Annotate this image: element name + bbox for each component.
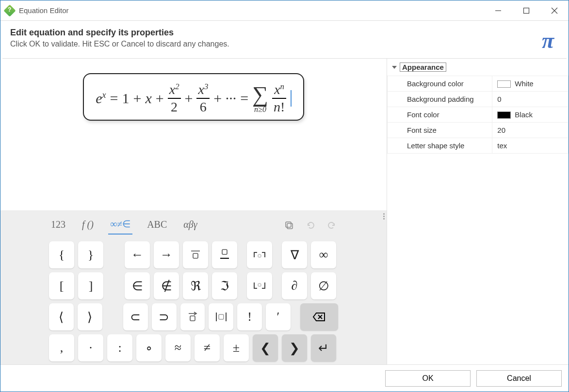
prop-row-shape[interactable]: Letter shape style tex: [388, 138, 569, 154]
key-prime[interactable]: ′: [266, 303, 291, 330]
pi-icon: π: [542, 28, 554, 53]
maximize-button[interactable]: [512, 0, 540, 21]
key-cursor-right[interactable]: ❯: [282, 334, 307, 361]
window-title: Equation Editor: [19, 6, 69, 15]
key-factorial[interactable]: !: [237, 303, 262, 330]
tab-latin[interactable]: ABC: [145, 217, 169, 234]
key-left-arrow[interactable]: ←: [125, 241, 150, 268]
app-icon: [3, 4, 16, 16]
key-underbar[interactable]: [212, 241, 237, 268]
key-in[interactable]: ∈: [125, 272, 150, 299]
svg-rect-13: [190, 316, 195, 321]
key-floor[interactable]: [247, 272, 272, 299]
header-title: Edit equation and specify its properties: [10, 28, 542, 38]
key-pm[interactable]: ±: [224, 334, 249, 361]
key-partial[interactable]: ∂: [282, 272, 307, 299]
undo-icon[interactable]: [304, 219, 317, 232]
svg-point-11: [258, 283, 261, 286]
svg-rect-5: [286, 222, 291, 227]
key-abs[interactable]: [209, 303, 233, 330]
tab-symbols[interactable]: ∞≠∈: [108, 216, 132, 235]
kebab-icon[interactable]: [383, 213, 385, 220]
key-dot[interactable]: ·: [78, 334, 103, 361]
key-lbracket[interactable]: [: [49, 272, 74, 299]
key-supset[interactable]: ⊃: [152, 303, 177, 330]
equation-preview[interactable]: ex = 1 + x + x22 + x36 + ··· = ∑n≥0 xnn!: [0, 59, 387, 210]
key-colon[interactable]: :: [107, 334, 132, 361]
cancel-button[interactable]: Cancel: [476, 370, 562, 387]
key-vector[interactable]: [180, 303, 205, 330]
key-overbar[interactable]: [183, 241, 208, 268]
prop-row-bgcolor[interactable]: Background color White: [388, 76, 569, 92]
svg-rect-7: [193, 253, 198, 258]
prop-row-fontsize[interactable]: Font size 20: [388, 123, 569, 138]
properties-panel: Appearance Background color White Backgr…: [387, 59, 569, 364]
swatch-black: [497, 111, 511, 119]
key-cursor-left[interactable]: ❮: [253, 334, 278, 361]
tab-digits[interactable]: 123: [49, 217, 67, 234]
key-comma[interactable]: ,: [49, 334, 74, 361]
svg-rect-16: [219, 314, 224, 319]
key-approx[interactable]: ≈: [165, 334, 191, 361]
key-backspace[interactable]: [300, 303, 338, 330]
key-notin[interactable]: ∉: [154, 272, 179, 299]
key-re[interactable]: ℜ: [183, 272, 208, 299]
tab-functions[interactable]: f (): [80, 217, 96, 234]
key-rangle[interactable]: ⟩: [78, 303, 102, 330]
key-rbrace[interactable]: }: [78, 241, 103, 268]
prop-row-bgpad[interactable]: Background padding 0: [388, 92, 569, 107]
ok-button[interactable]: OK: [385, 370, 471, 387]
titlebar: Equation Editor: [0, 0, 569, 21]
equation-content: ex = 1 + x + x22 + x36 + ··· = ∑n≥0 xnn!: [96, 83, 291, 114]
svg-rect-8: [222, 250, 227, 254]
key-langle[interactable]: ⟨: [49, 303, 74, 330]
key-emptyset[interactable]: ∅: [311, 272, 336, 299]
dialog-footer: OK Cancel: [0, 364, 569, 392]
prop-row-fontcolor[interactable]: Font color Black: [388, 107, 569, 123]
key-nabla[interactable]: ∇: [282, 241, 307, 268]
key-enter[interactable]: ↵: [311, 334, 336, 361]
text-cursor: [291, 90, 292, 107]
minimize-button[interactable]: [484, 0, 512, 21]
symbol-keyboard: 123 f () ∞≠∈ ABC αβγ: [0, 210, 387, 364]
key-infinity[interactable]: ∞: [311, 241, 336, 268]
key-lbrace[interactable]: {: [49, 241, 74, 268]
copy-icon[interactable]: [283, 219, 295, 232]
close-button[interactable]: [540, 0, 569, 21]
redo-icon[interactable]: [325, 219, 338, 232]
key-ceiling[interactable]: [247, 241, 272, 268]
key-right-arrow[interactable]: →: [154, 241, 179, 268]
key-rbracket[interactable]: ]: [78, 272, 103, 299]
swatch-white: [497, 80, 511, 88]
section-title[interactable]: Appearance: [400, 63, 446, 72]
header-subtitle: Click OK to validate. Hit ESC or Cancel …: [10, 40, 542, 48]
key-circ[interactable]: ∘: [136, 334, 162, 361]
svg-rect-1: [524, 8, 529, 13]
key-neq[interactable]: ≠: [195, 334, 220, 361]
key-subset[interactable]: ⊂: [123, 303, 148, 330]
svg-rect-4: [287, 223, 293, 229]
chevron-down-icon[interactable]: [392, 66, 397, 69]
dialog-header: Edit equation and specify its properties…: [0, 21, 569, 58]
keyboard-tabs: 123 f () ∞≠∈ ABC αβγ: [49, 216, 338, 235]
svg-point-10: [258, 254, 261, 257]
tab-greek[interactable]: αβγ: [181, 217, 199, 234]
key-im[interactable]: ℑ: [212, 272, 237, 299]
